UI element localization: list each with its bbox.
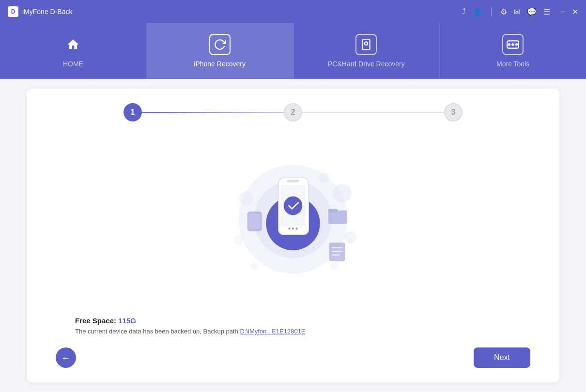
free-space-value: 115G — [118, 317, 136, 325]
nav-home-label: HOME — [63, 60, 83, 68]
nav-more-tools-label: More Tools — [496, 60, 529, 68]
user-icon[interactable]: 👤 — [473, 7, 482, 16]
content-card: 1 2 3 — [27, 89, 559, 382]
svg-point-3 — [509, 44, 510, 45]
backup-path-line: The current device data has been backed … — [75, 328, 511, 335]
device-illustration — [201, 147, 385, 292]
nav-pc-hard-drive[interactable]: PC&Hard Drive Recovery — [293, 23, 440, 78]
svg-point-20 — [284, 196, 303, 215]
iphone-recovery-icon-wrap — [209, 34, 231, 55]
info-section: Free Space: 115G The current device data… — [46, 312, 540, 340]
settings-icon[interactable]: ⚙ — [500, 7, 507, 16]
more-tools-icon-wrap — [502, 34, 524, 55]
nav-more-tools[interactable]: More Tools — [440, 23, 586, 78]
svg-point-2 — [365, 42, 368, 45]
app-logo: D — [8, 6, 18, 17]
bottom-row: ← Next — [46, 347, 540, 368]
step-1: 1 — [123, 103, 142, 121]
home-icon-wrap — [62, 34, 84, 55]
app-title: iMyFone D-Back — [22, 8, 72, 15]
menu-icon[interactable]: ☰ — [543, 7, 550, 16]
step-line-1 — [142, 112, 284, 113]
nav-iphone-recovery[interactable]: iPhone Recovery — [147, 23, 293, 78]
pc-hard-drive-icon-wrap — [355, 34, 377, 55]
minimize-button[interactable]: – — [561, 7, 565, 16]
more-tools-icon — [507, 38, 519, 51]
next-button[interactable]: Next — [474, 347, 530, 368]
step-line-2 — [302, 112, 444, 113]
svg-rect-27 — [328, 209, 338, 212]
back-button[interactable]: ← — [56, 347, 76, 368]
svg-point-5 — [516, 44, 517, 45]
mail-icon[interactable]: ✉ — [514, 7, 520, 16]
svg-point-11 — [319, 172, 329, 182]
window-controls: – ✕ — [561, 7, 578, 16]
title-bar-controls: ⤴ 👤 ⚙ ✉ 💬 ☰ – ✕ — [462, 7, 578, 16]
svg-rect-25 — [249, 214, 261, 228]
nav-home[interactable]: HOME — [0, 23, 147, 78]
title-bar: D iMyFone D-Back ⤴ 👤 ⚙ ✉ 💬 ☰ – ✕ — [0, 0, 586, 23]
nav-bar: HOME iPhone Recovery PC&Hard Drive Recov… — [0, 23, 586, 79]
main-content: 1 2 3 — [0, 79, 586, 392]
iphone-recovery-icon — [214, 38, 226, 51]
svg-point-9 — [333, 184, 352, 203]
step-2: 2 — [284, 103, 302, 121]
steps-row: 1 2 3 — [123, 103, 463, 121]
app-identity: D iMyFone D-Back — [8, 6, 72, 17]
pc-hard-drive-icon — [360, 38, 372, 51]
nav-pc-hard-drive-label: PC&Hard Drive Recovery — [328, 60, 405, 68]
back-arrow-icon: ← — [61, 352, 71, 363]
svg-point-4 — [512, 44, 514, 45]
backup-path-link[interactable]: D:\iMyfon...E1E12801E — [240, 328, 305, 335]
share-icon[interactable]: ⤴ — [462, 7, 466, 16]
svg-point-22 — [292, 227, 294, 229]
close-button[interactable]: ✕ — [572, 7, 578, 16]
svg-point-23 — [295, 227, 297, 229]
chat-icon[interactable]: 💬 — [527, 7, 537, 16]
svg-point-15 — [330, 261, 339, 270]
svg-point-10 — [344, 231, 356, 243]
step-3: 3 — [444, 103, 463, 121]
svg-point-13 — [234, 235, 243, 244]
nav-iphone-recovery-label: iPhone Recovery — [194, 60, 246, 68]
svg-point-14 — [250, 262, 258, 269]
divider — [491, 7, 492, 16]
svg-point-12 — [239, 191, 254, 206]
illustration-area — [46, 131, 540, 307]
free-space-line: Free Space: 115G — [75, 317, 511, 325]
free-space-label: Free Space: — [75, 317, 116, 325]
svg-rect-18 — [287, 180, 299, 182]
backup-text-prefix: The current device data has been backed … — [75, 328, 240, 335]
svg-point-21 — [288, 227, 290, 229]
home-icon — [66, 38, 80, 51]
